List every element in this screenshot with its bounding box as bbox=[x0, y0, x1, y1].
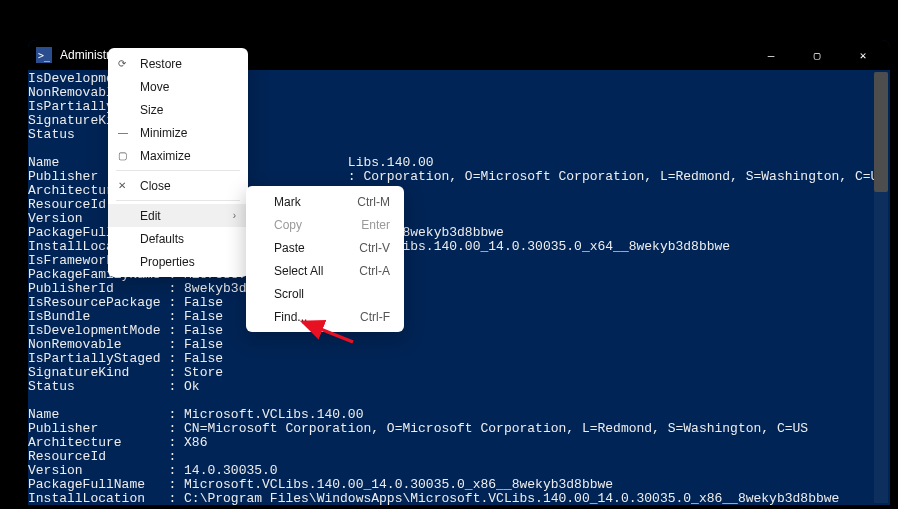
app-icon-glyph: >_ bbox=[38, 50, 50, 61]
menu-label: Defaults bbox=[140, 232, 236, 246]
submenu-item-scroll[interactable]: Scroll bbox=[246, 282, 404, 305]
console-line: IsPartiallyStaged : False bbox=[28, 352, 890, 366]
submenu-item-copy: CopyEnter bbox=[246, 213, 404, 236]
shortcut-label: Ctrl-V bbox=[359, 241, 390, 255]
shortcut-label: Enter bbox=[361, 218, 390, 232]
maximize-icon: ▢ bbox=[118, 150, 140, 161]
submenu-label: Select All bbox=[274, 264, 359, 278]
menu-label: Size bbox=[140, 103, 236, 117]
menu-label: Edit bbox=[140, 209, 233, 223]
vertical-scrollbar[interactable] bbox=[874, 72, 888, 503]
console-line: ResourceId : bbox=[28, 450, 890, 464]
menu-item-properties[interactable]: Properties bbox=[108, 250, 248, 273]
submenu-arrow-icon: › bbox=[233, 210, 236, 221]
console-line: Version : 14.0.30035.0 bbox=[28, 464, 890, 478]
app-icon[interactable]: >_ bbox=[36, 47, 52, 63]
submenu-item-mark[interactable]: MarkCtrl-M bbox=[246, 190, 404, 213]
console-line: Architecture : X86 bbox=[28, 436, 890, 450]
close-icon: ✕ bbox=[118, 180, 140, 191]
menu-item-defaults[interactable]: Defaults bbox=[108, 227, 248, 250]
menu-item-edit[interactable]: Edit› bbox=[108, 204, 248, 227]
submenu-item-find[interactable]: Find...Ctrl-F bbox=[246, 305, 404, 328]
menu-item-move[interactable]: Move bbox=[108, 75, 248, 98]
console-line: Name : Microsoft.VCLibs.140.00 bbox=[28, 408, 890, 422]
close-icon: ✕ bbox=[860, 49, 867, 62]
menu-label: Restore bbox=[140, 57, 236, 71]
console-line: PublisherId : 8wekyb3d8bb bbox=[28, 282, 890, 296]
submenu-label: Copy bbox=[274, 218, 361, 232]
console-line: IsDevelopmentMode : False bbox=[28, 324, 890, 338]
minimize-icon: — bbox=[768, 49, 775, 62]
edit-submenu: MarkCtrl-MCopyEnterPasteCtrl-VSelect All… bbox=[246, 186, 404, 332]
maximize-button[interactable]: ▢ bbox=[794, 40, 840, 70]
submenu-label: Scroll bbox=[274, 287, 390, 301]
console-line: NonRemovable : False bbox=[28, 338, 890, 352]
menu-item-maximize[interactable]: ▢Maximize bbox=[108, 144, 248, 167]
close-button[interactable]: ✕ bbox=[840, 40, 886, 70]
minimize-button[interactable]: — bbox=[748, 40, 794, 70]
submenu-label: Paste bbox=[274, 241, 359, 255]
console-line: SignatureKind : Store bbox=[28, 366, 890, 380]
menu-label: Close bbox=[140, 179, 236, 193]
menu-label: Maximize bbox=[140, 149, 236, 163]
console-line: IsBundle : False bbox=[28, 310, 890, 324]
menu-divider bbox=[116, 170, 240, 171]
console-line bbox=[28, 394, 890, 408]
menu-divider bbox=[116, 200, 240, 201]
restore-icon: ⟳ bbox=[118, 58, 140, 69]
submenu-item-select-all[interactable]: Select AllCtrl-A bbox=[246, 259, 404, 282]
window-controls: — ▢ ✕ bbox=[748, 40, 886, 70]
shortcut-label: Ctrl-M bbox=[357, 195, 390, 209]
console-line: Publisher : CN=Microsoft Corporation, O=… bbox=[28, 422, 890, 436]
submenu-label: Mark bbox=[274, 195, 357, 209]
scrollbar-thumb[interactable] bbox=[874, 72, 888, 192]
minimize-icon: — bbox=[118, 127, 140, 138]
menu-item-size[interactable]: Size bbox=[108, 98, 248, 121]
maximize-icon: ▢ bbox=[814, 49, 821, 62]
menu-item-minimize[interactable]: —Minimize bbox=[108, 121, 248, 144]
shortcut-label: Ctrl-A bbox=[359, 264, 390, 278]
shortcut-label: Ctrl-F bbox=[360, 310, 390, 324]
menu-item-close[interactable]: ✕Close bbox=[108, 174, 248, 197]
console-line: PackageFullName : Microsoft.VCLibs.140.0… bbox=[28, 478, 890, 492]
console-line: Status : Ok bbox=[28, 380, 890, 394]
menu-label: Minimize bbox=[140, 126, 236, 140]
menu-label: Move bbox=[140, 80, 236, 94]
console-line: InstallLocation : C:\Program Files\Windo… bbox=[28, 492, 890, 505]
submenu-item-paste[interactable]: PasteCtrl-V bbox=[246, 236, 404, 259]
submenu-label: Find... bbox=[274, 310, 360, 324]
menu-label: Properties bbox=[140, 255, 236, 269]
console-line: IsResourcePackage : False bbox=[28, 296, 890, 310]
menu-item-restore[interactable]: ⟳Restore bbox=[108, 52, 248, 75]
system-menu: ⟳RestoreMoveSize—Minimize▢Maximize✕Close… bbox=[108, 48, 248, 277]
